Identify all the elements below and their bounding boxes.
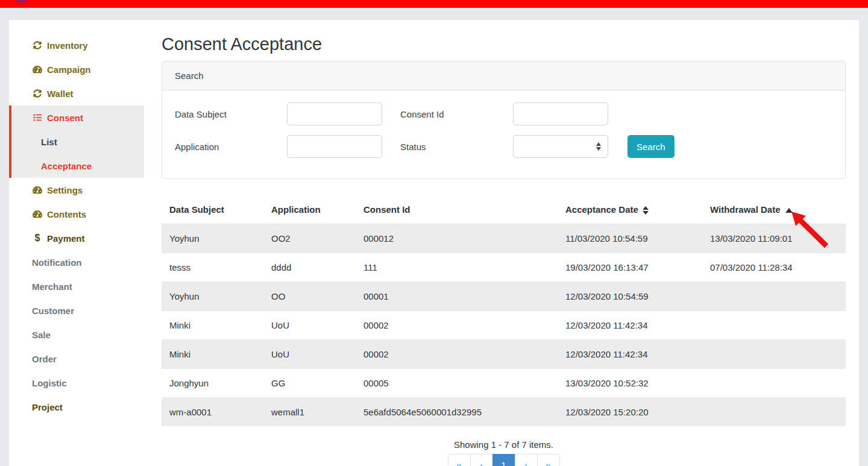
column-label: Acceptance Date <box>565 204 638 215</box>
sidebar-item-label: Payment <box>47 233 85 244</box>
content-area: Consent Acceptance Search Data Subject C… <box>162 20 846 466</box>
page-title: Consent Acceptance <box>162 34 846 54</box>
cell-withdrawal-date <box>702 282 846 311</box>
dashboard-icon <box>32 210 43 219</box>
tasks-icon <box>32 113 43 122</box>
application-label: Application <box>175 142 287 152</box>
column-label: Data Subject <box>169 204 224 215</box>
column-label: Application <box>271 204 321 215</box>
sidebar-item-label: Sale <box>32 330 51 340</box>
pager-next[interactable]: › <box>515 454 538 466</box>
cell-withdrawal-date <box>702 340 846 369</box>
app-logo <box>14 0 28 3</box>
cell-application: UoU <box>263 311 356 340</box>
sidebar-item-inventory[interactable]: Inventory <box>9 33 144 57</box>
sidebar-item-settings[interactable]: Settings <box>9 178 144 202</box>
cell-acceptance-date: 13/03/2020 10:52:32 <box>558 369 702 398</box>
cell-withdrawal-date: 13/03/2020 11:09:01 <box>702 224 846 253</box>
sidebar-item-label: Inventory <box>47 40 88 51</box>
pager-last[interactable]: » <box>537 454 560 466</box>
cell-consent-id: 00001 <box>356 282 558 311</box>
consent-acceptance-table: Data SubjectApplicationConsent IdAccepta… <box>162 195 846 426</box>
sidebar-item-acceptance[interactable]: Acceptance <box>9 154 144 178</box>
cell-data-subject: Yoyhun <box>162 282 263 311</box>
sidebar-item-logistic[interactable]: Logistic <box>9 371 144 395</box>
sort-both-icon <box>643 206 649 215</box>
pager-prev[interactable]: ‹ <box>470 454 493 466</box>
column-header-withdrawal-date[interactable]: Withdrawal Date <box>702 195 846 224</box>
column-header-application: Application <box>263 195 356 224</box>
cell-data-subject: wm-a0001 <box>162 398 263 427</box>
cell-acceptance-date: 19/03/2020 16:13:47 <box>558 253 702 282</box>
cell-consent-id: 00002 <box>356 340 558 369</box>
top-bar <box>0 0 868 8</box>
sidebar-item-notification[interactable]: Notification <box>9 250 144 274</box>
cell-withdrawal-date <box>702 369 846 398</box>
search-panel-header: Search <box>162 61 845 90</box>
cell-acceptance-date: 12/03/2020 11:42:34 <box>558 311 702 340</box>
sort-asc-icon <box>785 208 793 213</box>
cell-withdrawal-date: 07/03/2020 11:28:34 <box>702 253 846 282</box>
cell-consent-id: 00005 <box>356 369 558 398</box>
cell-consent-id: 000012 <box>356 224 558 253</box>
table-header-row: Data SubjectApplicationConsent IdAccepta… <box>162 195 846 224</box>
sidebar-item-label: List <box>41 137 57 147</box>
application-input[interactable] <box>287 135 382 158</box>
sidebar-item-consent[interactable]: Consent <box>9 105 144 130</box>
cell-application: wemall1 <box>263 398 356 427</box>
sidebar-item-order[interactable]: Order <box>9 347 144 371</box>
sidebar-item-wallet[interactable]: Wallet <box>9 81 144 105</box>
column-header-consent-id: Consent Id <box>356 195 558 224</box>
sidebar-item-customer[interactable]: Customer <box>9 298 144 323</box>
sidebar-item-sale[interactable]: Sale <box>9 323 144 347</box>
main-card: InventoryCampaignWalletConsentListAccept… <box>9 20 859 466</box>
dashboard-icon <box>32 65 43 74</box>
table-row: tesssdddd11119/03/2020 16:13:4707/03/202… <box>162 253 846 282</box>
sidebar-item-label: Wallet <box>47 89 74 99</box>
status-label: Status <box>400 142 513 152</box>
dashboard-icon <box>32 186 43 195</box>
sidebar-item-label: Campaign <box>47 65 91 75</box>
data-subject-input[interactable] <box>287 102 382 125</box>
cell-data-subject: Jonghyun <box>162 369 263 398</box>
pager-page-1[interactable]: 1 <box>492 454 515 466</box>
sidebar-item-label: Acceptance <box>41 161 92 171</box>
sidebar-nav: InventoryCampaignWalletConsentListAccept… <box>9 33 144 419</box>
cell-consent-id: 5e6afd5064e5060001d32995 <box>356 398 558 427</box>
pagination-area: Showing 1 - 7 of 7 items. «‹1›» <box>162 439 846 466</box>
pager-first[interactable]: « <box>448 454 471 466</box>
table-row: YoyhunOO200001211/03/2020 10:54:5913/03/… <box>162 224 846 253</box>
cell-acceptance-date: 12/03/2020 10:54:59 <box>558 282 702 311</box>
sidebar-item-label: Project <box>32 402 63 412</box>
select-updown-icon <box>596 142 601 151</box>
column-header-acceptance-date[interactable]: Acceptance Date <box>558 195 702 224</box>
sidebar-item-label: Merchant <box>32 282 72 292</box>
column-header-data-subject: Data Subject <box>162 195 263 224</box>
search-panel-body: Data Subject Consent Id Application Stat… <box>162 90 845 178</box>
table-row: JonghyunGG0000513/03/2020 10:52:32 <box>162 369 846 398</box>
cell-acceptance-date: 12/03/2020 15:20:20 <box>558 398 702 427</box>
sidebar-item-label: Notification <box>32 257 82 268</box>
sidebar-item-campaign[interactable]: Campaign <box>9 57 144 81</box>
consent-id-label: Consent Id <box>400 109 513 119</box>
sidebar-item-contents[interactable]: Contents <box>9 202 144 226</box>
table-row: YoyhunOO0000112/03/2020 10:54:59 <box>162 282 846 311</box>
consent-id-input[interactable] <box>513 102 608 125</box>
cell-data-subject: Yoyhun <box>162 224 263 253</box>
cell-data-subject: Minki <box>162 311 263 340</box>
search-button[interactable]: Search <box>627 135 675 158</box>
sidebar-item-merchant[interactable]: Merchant <box>9 274 144 298</box>
sidebar-item-label: Contents <box>47 209 86 219</box>
sidebar-item-payment[interactable]: $Payment <box>9 226 144 250</box>
cell-withdrawal-date <box>702 311 846 340</box>
dollar-icon: $ <box>32 234 43 243</box>
cell-application: dddd <box>263 253 356 282</box>
cell-data-subject: tesss <box>162 253 263 282</box>
sidebar-item-label: Settings <box>47 185 83 195</box>
table-row: MinkiUoU0000212/03/2020 11:42:34 <box>162 340 846 369</box>
status-select[interactable] <box>513 135 608 158</box>
sidebar-item-list[interactable]: List <box>9 130 144 154</box>
cell-application: OO2 <box>263 224 356 253</box>
sidebar-item-project[interactable]: Project <box>9 395 144 419</box>
column-label: Consent Id <box>363 204 410 215</box>
